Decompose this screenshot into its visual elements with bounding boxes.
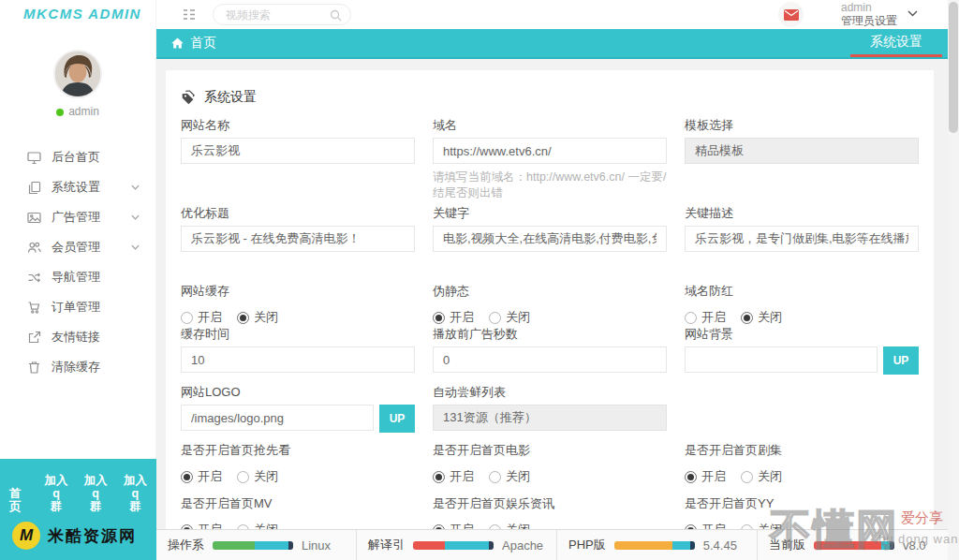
description-input[interactable] bbox=[685, 226, 919, 252]
field-domain: 域名 请填写当前域名：http://www.etv6.cn/ 一定要/ 结尾否则… bbox=[433, 117, 667, 205]
home-icon bbox=[171, 37, 184, 49]
footer-link-join-q-group[interactable]: 加入q群 bbox=[42, 474, 69, 513]
footer-link-join-q-group[interactable]: 加入q群 bbox=[122, 474, 149, 513]
user-name: admin bbox=[841, 2, 897, 14]
image-icon bbox=[27, 211, 41, 225]
avatar-image bbox=[55, 52, 100, 96]
sidebar-item-label: 清除缓存 bbox=[52, 359, 100, 376]
seo-title-input[interactable] bbox=[181, 226, 415, 252]
form-row: 缓存时间 播放前广告秒数 网站背景 UP bbox=[181, 326, 919, 384]
radio-on[interactable] bbox=[181, 312, 193, 324]
upload-background-button[interactable]: UP bbox=[883, 346, 919, 375]
field-template: 模板选择 精品模板 bbox=[685, 117, 919, 205]
radio-off[interactable] bbox=[237, 312, 249, 324]
files-icon bbox=[27, 181, 41, 195]
field-site-name: 网站名称 bbox=[181, 117, 415, 205]
field-home-preview: 是否开启首页抢先看 开启 关闭 bbox=[181, 442, 415, 495]
footer-link-home[interactable]: 首页 bbox=[9, 487, 30, 513]
keywords-input[interactable] bbox=[433, 226, 667, 252]
fresh-list-select[interactable]: 131资源（推荐） bbox=[433, 405, 667, 431]
sidebar: MKCMS ADMIN admin 后台首页 系统设置 广告管理 bbox=[0, 0, 156, 560]
os-progress-bar bbox=[213, 541, 293, 550]
site-logo-input[interactable] bbox=[181, 405, 374, 431]
messages-button[interactable] bbox=[778, 2, 804, 27]
cache-time-input[interactable] bbox=[181, 346, 415, 373]
sidebar-user: admin bbox=[0, 105, 155, 118]
field-home-mv: 是否开启首页MV 开启 关闭 bbox=[181, 495, 415, 529]
sidebar-item-ads[interactable]: 广告管理 bbox=[0, 202, 155, 232]
site-background-input[interactable] bbox=[685, 346, 878, 373]
template-select[interactable]: 精品模板 bbox=[685, 138, 919, 164]
tab-system-settings[interactable]: 系统设置 bbox=[850, 29, 942, 57]
radio-off[interactable] bbox=[741, 471, 753, 483]
chevron-down-icon bbox=[131, 214, 140, 220]
scrollbar-thumb[interactable] bbox=[949, 2, 958, 133]
chevron-down-icon bbox=[131, 184, 140, 190]
field-seo-title: 优化标题 bbox=[181, 205, 415, 283]
miku-logo-icon: M bbox=[12, 522, 40, 550]
topbar: admin 管理员设置 bbox=[156, 0, 959, 29]
panel-header: 系统设置 bbox=[181, 87, 919, 108]
radio-on[interactable] bbox=[181, 471, 193, 483]
radio-on[interactable] bbox=[685, 312, 697, 324]
status-php: PHP版 5.4.45 bbox=[557, 530, 758, 560]
sidebar-item-friend-links[interactable]: 友情链接 bbox=[0, 322, 155, 352]
sidebar-item-label: 后台首页 bbox=[52, 149, 100, 166]
radio-off[interactable] bbox=[489, 471, 501, 483]
sidebar-menu: 后台首页 系统设置 广告管理 会员管理 导航管理 订单管理 友情链接 bbox=[0, 142, 155, 382]
footer-link-join-q-group[interactable]: 加入q群 bbox=[82, 474, 110, 513]
sidebar-item-label: 会员管理 bbox=[52, 239, 100, 256]
radio-off[interactable] bbox=[237, 471, 249, 483]
chevron-down-icon[interactable] bbox=[907, 10, 918, 17]
sidebar-item-label: 广告管理 bbox=[52, 209, 100, 226]
sidebar-item-navigation[interactable]: 导航管理 bbox=[0, 262, 155, 292]
footer-brand[interactable]: M 米酷资源网 bbox=[12, 522, 156, 550]
sidebar-username: admin bbox=[68, 105, 99, 118]
search-icon[interactable] bbox=[330, 9, 342, 22]
search-input[interactable] bbox=[226, 7, 329, 23]
field-domain-guard: 域名防红 开启 关闭 bbox=[685, 283, 919, 326]
sidebar-item-clear-cache[interactable]: 清除缓存 bbox=[0, 352, 155, 382]
vertical-scrollbar bbox=[948, 0, 959, 560]
user-menu[interactable]: admin 管理员设置 bbox=[841, 2, 897, 27]
user-role: 管理员设置 bbox=[841, 14, 897, 27]
ad-seconds-input[interactable] bbox=[433, 346, 667, 373]
status-bar: 操作系 Linux 解译引 Apache PHP版 5.4.45 当前版 v8.… bbox=[156, 529, 959, 560]
avatar[interactable] bbox=[53, 50, 102, 98]
brand-logo-text: MKCMS ADMIN bbox=[23, 6, 155, 22]
chevron-down-icon bbox=[131, 244, 140, 250]
field-site-background: 网站背景 UP bbox=[685, 326, 919, 384]
php-progress-bar bbox=[614, 541, 695, 550]
radio-off[interactable] bbox=[489, 312, 501, 324]
site-name-input[interactable] bbox=[181, 138, 415, 164]
radio-on[interactable] bbox=[433, 471, 445, 483]
field-home-movie: 是否开启首页电影 开启 关闭 bbox=[433, 442, 667, 495]
radio-on[interactable] bbox=[433, 312, 445, 324]
field-fresh-list: 自动尝鲜列表 131资源（推荐） bbox=[433, 384, 667, 442]
radio-on[interactable] bbox=[685, 471, 697, 483]
menu-spread-icon[interactable] bbox=[182, 8, 197, 21]
field-rewrite: 伪静态 开启 关闭 bbox=[433, 283, 667, 326]
form-row: 网站LOGO UP 自动尝鲜列表 131资源（推荐） bbox=[181, 384, 919, 442]
trash-icon bbox=[27, 361, 41, 375]
footer-brand-name: 米酷资源网 bbox=[48, 525, 137, 547]
version-progress-bar bbox=[814, 541, 894, 550]
cart-icon bbox=[27, 301, 41, 315]
domain-help-text: 请填写当前域名：http://www.etv6.cn/ 一定要/ 结尾否则出错 bbox=[433, 169, 667, 201]
sidebar-item-dashboard[interactable]: 后台首页 bbox=[0, 142, 155, 172]
sidebar-item-system-settings[interactable]: 系统设置 bbox=[0, 172, 155, 202]
upload-logo-button[interactable]: UP bbox=[379, 405, 415, 433]
mail-icon bbox=[784, 9, 799, 21]
domain-input[interactable] bbox=[433, 138, 667, 164]
radio-off[interactable] bbox=[741, 312, 753, 324]
sidebar-item-label: 系统设置 bbox=[52, 179, 100, 196]
main-content: 系统设置 网站名称 域名 请填写当前域名：http://www.etv6.cn/… bbox=[156, 59, 948, 529]
users-icon bbox=[27, 241, 41, 255]
external-link-icon bbox=[27, 331, 41, 345]
engine-progress-bar bbox=[413, 541, 494, 550]
breadcrumb[interactable]: 首页 bbox=[171, 29, 216, 57]
sidebar-item-members[interactable]: 会员管理 bbox=[0, 232, 155, 262]
sidebar-item-orders[interactable]: 订单管理 bbox=[0, 292, 155, 322]
form-row: 网站缓存 开启 关闭 伪静态 开启 关闭 域名防红 开启 bbox=[181, 283, 919, 326]
status-version: 当前版 v8.0 bbox=[758, 530, 958, 560]
